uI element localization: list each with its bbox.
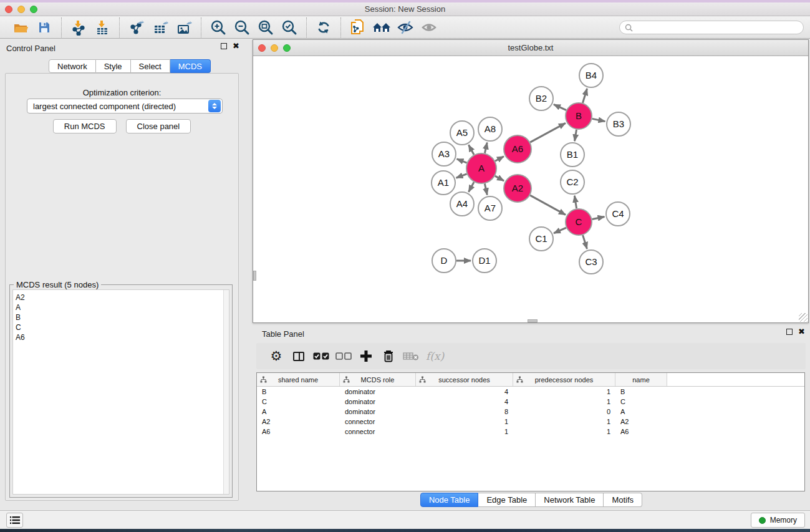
column-header-name[interactable]: name bbox=[615, 373, 667, 386]
zoom-selected-button[interactable] bbox=[277, 17, 301, 37]
first-neighbors-button[interactable] bbox=[370, 17, 393, 37]
new-network-from-selection-button[interactable] bbox=[346, 17, 370, 37]
graph-edge-A-A7[interactable] bbox=[485, 183, 487, 195]
network-close-button[interactable] bbox=[258, 44, 266, 52]
graph-node-B2[interactable]: B2 bbox=[529, 87, 553, 110]
table-row-b[interactable]: Bdominator41B bbox=[257, 387, 804, 397]
refresh-view-button[interactable] bbox=[312, 17, 335, 37]
cell-shared-name[interactable]: A2 bbox=[257, 417, 340, 427]
graph-node-C3[interactable]: C3 bbox=[579, 250, 603, 274]
column-header-shared-name[interactable]: shared name bbox=[257, 373, 340, 386]
graph-node-A3[interactable]: A3 bbox=[432, 142, 456, 166]
cell-name[interactable]: C bbox=[615, 397, 667, 407]
search-input[interactable] bbox=[633, 22, 803, 33]
graph-node-D1[interactable]: D1 bbox=[473, 249, 496, 273]
table-settings-button[interactable]: ⚙ bbox=[265, 346, 287, 367]
cell-name[interactable]: A bbox=[615, 407, 667, 417]
table-tab-network-table[interactable]: Network Table bbox=[536, 493, 604, 507]
graph-edge-A6-B[interactable] bbox=[530, 123, 566, 142]
cell-name[interactable]: A2 bbox=[615, 417, 667, 427]
network-canvas[interactable]: AA1A3A5A8A4A7A6A2BB1B2B3B4CC1C2C3C4DD1 bbox=[253, 56, 808, 322]
float-panel-icon[interactable] bbox=[221, 43, 227, 49]
cell-MCDS-role[interactable]: dominator bbox=[340, 407, 416, 417]
run-mcds-button[interactable]: Run MCDS bbox=[53, 119, 117, 133]
cell-predecessor-nodes[interactable]: 1 bbox=[513, 427, 615, 437]
graph-node-C4[interactable]: C4 bbox=[606, 202, 630, 226]
close-panel-icon[interactable]: ✖ bbox=[233, 43, 239, 49]
graph-node-D[interactable]: D bbox=[432, 249, 456, 273]
result-item-b[interactable]: B bbox=[13, 312, 229, 322]
graph-edge-C-C2[interactable] bbox=[574, 196, 576, 209]
graph-node-B1[interactable]: B1 bbox=[561, 143, 584, 167]
column-header-MCDS-role[interactable]: MCDS role bbox=[340, 373, 416, 386]
show-all-button[interactable] bbox=[417, 17, 441, 37]
result-item-a2[interactable]: A2 bbox=[13, 293, 229, 302]
table-tab-node-table[interactable]: Node Table bbox=[420, 493, 479, 507]
tab-style[interactable]: Style bbox=[96, 59, 131, 73]
tab-select[interactable]: Select bbox=[131, 59, 170, 73]
graph-node-A1[interactable]: A1 bbox=[432, 171, 455, 195]
table-row-a2[interactable]: A2connector11A2 bbox=[257, 417, 804, 427]
show-columns-button[interactable] bbox=[287, 346, 310, 367]
cell-successor-nodes[interactable]: 4 bbox=[416, 397, 513, 407]
cell-name[interactable]: A6 bbox=[615, 427, 667, 437]
cell-shared-name[interactable]: A bbox=[257, 407, 340, 417]
tab-network[interactable]: Network bbox=[49, 59, 96, 73]
close-panel-button[interactable]: Close panel bbox=[126, 119, 191, 133]
window-resize-grip[interactable] bbox=[799, 313, 808, 322]
criterion-dropdown[interactable]: largest connected component (directed) bbox=[27, 99, 223, 114]
cell-predecessor-nodes[interactable]: 1 bbox=[513, 417, 615, 427]
column-header-predecessor-nodes[interactable]: predecessor nodes bbox=[513, 373, 615, 386]
graph-edge-A-A4[interactable] bbox=[469, 182, 475, 192]
cell-MCDS-role[interactable]: connector bbox=[340, 417, 416, 427]
zoom-out-button[interactable] bbox=[230, 17, 254, 37]
table-row-c[interactable]: Cdominator41C bbox=[257, 397, 804, 407]
float-table-panel-icon[interactable] bbox=[786, 329, 793, 335]
graph-node-B[interactable]: B bbox=[566, 103, 592, 129]
cell-MCDS-role[interactable]: dominator bbox=[340, 397, 416, 407]
cell-name[interactable]: B bbox=[615, 387, 667, 397]
result-item-c[interactable]: C bbox=[13, 322, 229, 332]
graph-node-A7[interactable]: A7 bbox=[478, 196, 502, 220]
graph-node-C1[interactable]: C1 bbox=[529, 227, 553, 251]
cell-successor-nodes[interactable]: 8 bbox=[416, 407, 513, 417]
graph-edge-B-B2[interactable] bbox=[554, 104, 566, 110]
add-column-button[interactable] bbox=[355, 346, 377, 367]
cell-successor-nodes[interactable]: 1 bbox=[416, 427, 513, 437]
network-minimize-button[interactable] bbox=[271, 44, 278, 52]
graph-node-A4[interactable]: A4 bbox=[450, 192, 474, 216]
graph-edge-B-B1[interactable] bbox=[575, 130, 577, 142]
table-tab-motifs[interactable]: Motifs bbox=[604, 493, 642, 507]
search-field[interactable] bbox=[619, 21, 804, 34]
graph-edge-C-C4[interactable] bbox=[592, 216, 605, 219]
graph-edge-A-A6[interactable] bbox=[495, 157, 504, 161]
table-row-a6[interactable]: A6connector11A6 bbox=[257, 427, 804, 437]
table-row-a[interactable]: Adominator80A bbox=[257, 407, 804, 417]
hide-selected-button[interactable] bbox=[393, 17, 417, 37]
zoom-in-button[interactable] bbox=[206, 17, 230, 37]
save-session-button[interactable] bbox=[32, 17, 56, 37]
cell-predecessor-nodes[interactable]: 1 bbox=[513, 397, 615, 407]
graph-node-A5[interactable]: A5 bbox=[450, 121, 474, 145]
open-session-button[interactable] bbox=[9, 17, 32, 37]
export-network-button[interactable] bbox=[125, 17, 148, 37]
result-list-scrollbar[interactable] bbox=[223, 290, 229, 494]
unselect-all-columns-button[interactable] bbox=[332, 346, 355, 367]
tab-mcds[interactable]: MCDS bbox=[170, 59, 211, 73]
result-item-a[interactable]: A bbox=[13, 302, 229, 312]
graph-edge-A-A8[interactable] bbox=[485, 142, 487, 153]
cell-shared-name[interactable]: C bbox=[257, 397, 340, 407]
graph-node-B3[interactable]: B3 bbox=[607, 112, 630, 136]
cell-MCDS-role[interactable]: dominator bbox=[340, 387, 416, 397]
cell-predecessor-nodes[interactable]: 1 bbox=[513, 387, 615, 397]
graph-node-B4[interactable]: B4 bbox=[579, 64, 603, 87]
column-header-successor-nodes[interactable]: successor nodes bbox=[416, 373, 513, 386]
node-table[interactable]: shared nameMCDS rolesuccessor nodesprede… bbox=[256, 372, 805, 491]
result-item-a6[interactable]: A6 bbox=[13, 332, 229, 342]
delete-column-button[interactable] bbox=[377, 346, 400, 367]
mcds-result-list[interactable]: A2ABCA6 bbox=[12, 289, 229, 495]
table-tab-edge-table[interactable]: Edge Table bbox=[478, 493, 536, 507]
network-window-titlebar[interactable]: testGlobe.txt bbox=[253, 40, 808, 56]
cell-predecessor-nodes[interactable]: 0 bbox=[513, 407, 615, 417]
canvas-horizontal-scroll-thumb[interactable] bbox=[528, 319, 538, 322]
